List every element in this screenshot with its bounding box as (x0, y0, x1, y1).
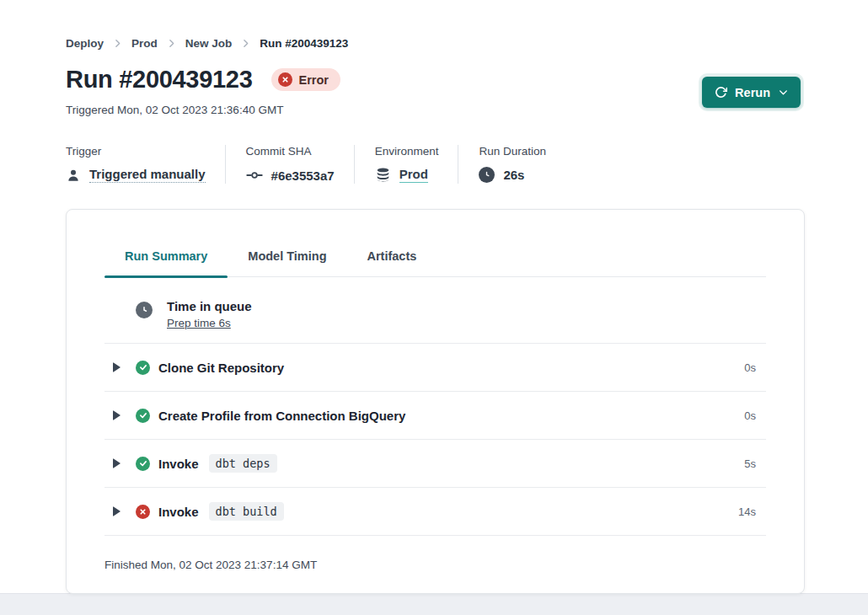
tab-bar: Run Summary Model Timing Artifacts (104, 210, 766, 277)
rerun-button[interactable]: Rerun (702, 77, 801, 108)
chevron-right-icon (240, 38, 251, 49)
breadcrumb-prod[interactable]: Prod (131, 37, 158, 50)
page-background-strip (0, 593, 868, 615)
finished-timestamp: Finished Mon, 02 Oct 2023 21:37:14 GMT (104, 536, 766, 571)
step-title: Invoke (158, 457, 199, 471)
page-header: Run #200439123 Error (66, 66, 340, 94)
step-row[interactable]: Clone Git Repository 0s (104, 344, 766, 392)
breadcrumb-deploy[interactable]: Deploy (66, 37, 104, 50)
step-title: Invoke (158, 505, 199, 519)
rerun-button-label: Rerun (735, 86, 770, 99)
meta-trigger: Trigger Triggered manually (66, 145, 225, 184)
chevron-right-icon (166, 38, 177, 49)
refresh-icon (715, 86, 727, 99)
expand-caret-icon[interactable] (113, 362, 121, 372)
clock-icon (136, 302, 153, 318)
meta-trigger-label: Trigger (66, 145, 206, 158)
breadcrumb-run-number: Run #200439123 (260, 37, 348, 50)
meta-environment-value[interactable]: Prod (399, 167, 428, 183)
meta-commit-label: Commit SHA (246, 145, 335, 158)
meta-environment-label: Environment (375, 145, 439, 158)
time-in-queue-title: Time in queue (167, 297, 252, 315)
step-title: Create Profile from Connection BigQuery (158, 409, 405, 423)
chevron-right-icon (112, 38, 123, 49)
success-icon (136, 361, 150, 375)
commit-icon (246, 167, 263, 184)
expand-caret-icon[interactable] (113, 506, 121, 516)
breadcrumb-new-job[interactable]: New Job (185, 37, 233, 50)
step-row[interactable]: Invoke dbt build 14s (104, 488, 766, 536)
status-badge: Error (271, 68, 340, 91)
step-duration: 0s (744, 361, 756, 374)
meta-commit-value: #6e3553a7 (271, 168, 335, 183)
clock-icon (479, 167, 495, 183)
tab-run-summary[interactable]: Run Summary (104, 248, 228, 276)
step-row[interactable]: Create Profile from Connection BigQuery … (104, 392, 766, 440)
page-title: Run #200439123 (66, 66, 253, 94)
triggered-timestamp: Triggered Mon, 02 Oct 2023 21:36:40 GMT (66, 104, 283, 116)
step-list: Clone Git Repository 0s Create Profile f… (104, 344, 766, 536)
tab-model-timing[interactable]: Model Timing (228, 248, 346, 276)
meta-run-duration: Run Duration 26s (458, 145, 565, 184)
step-command-chip: dbt build (209, 502, 284, 521)
error-icon (278, 72, 292, 87)
time-in-queue-row: Time in queue Prep time 6s (104, 277, 766, 344)
step-row[interactable]: Invoke dbt deps 5s (104, 440, 766, 488)
expand-caret-icon[interactable] (113, 410, 121, 420)
step-duration: 0s (744, 409, 756, 422)
step-command-chip: dbt deps (209, 454, 277, 473)
meta-trigger-value[interactable]: Triggered manually (89, 167, 206, 183)
run-details-card: Run Summary Model Timing Artifacts Time … (66, 209, 805, 594)
expand-caret-icon[interactable] (113, 458, 121, 468)
run-meta-row: Trigger Triggered manually Commit SHA #6… (66, 145, 565, 184)
breadcrumb: Deploy Prod New Job Run #200439123 (66, 37, 348, 50)
error-icon (136, 505, 150, 519)
meta-commit-sha: Commit SHA #6e3553a7 (225, 145, 354, 184)
meta-duration-label: Run Duration (479, 145, 546, 158)
meta-duration-value: 26s (503, 168, 524, 182)
step-title: Clone Git Repository (158, 361, 284, 375)
chevron-down-icon (778, 87, 789, 98)
success-icon (136, 409, 150, 423)
success-icon (136, 457, 150, 471)
database-icon (375, 167, 391, 183)
person-icon (66, 168, 81, 183)
step-duration: 5s (744, 457, 756, 470)
tab-artifacts[interactable]: Artifacts (347, 248, 437, 276)
status-badge-label: Error (299, 73, 329, 87)
step-duration: 14s (738, 505, 756, 518)
meta-environment: Environment Prod (354, 145, 458, 184)
prep-time-link[interactable]: Prep time 6s (167, 317, 231, 329)
